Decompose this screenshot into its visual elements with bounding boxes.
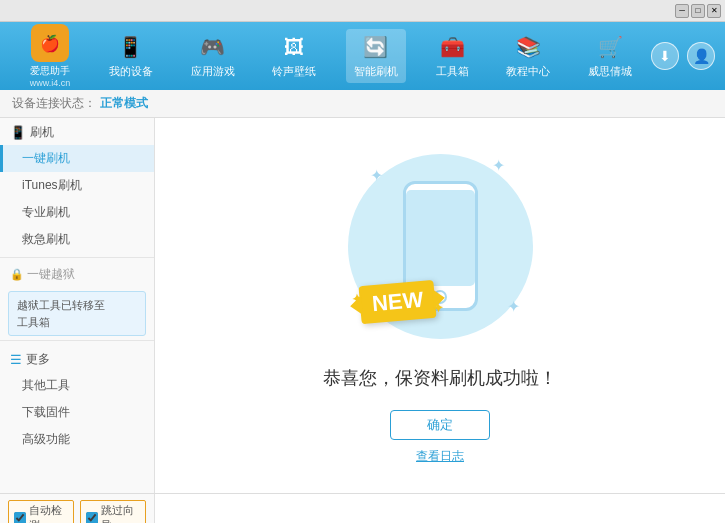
sidebar-item-other-tools[interactable]: 其他工具: [0, 372, 154, 399]
sidebar-section-more: ☰ 更多: [0, 345, 154, 372]
nav-item-ringtone[interactable]: 🖼 铃声壁纸: [264, 29, 324, 83]
auto-detect-label: 自动检测: [29, 503, 68, 523]
sidebar-item-pro-flash[interactable]: 专业刷机: [0, 199, 154, 226]
sparkle-1: ✦: [370, 166, 383, 185]
sidebar: 📱 刷机 一键刷机 iTunes刷机 专业刷机 救急刷机 🔒 一键越狱 越狱工具…: [0, 118, 155, 493]
sidebar-item-one-key-flash[interactable]: 一键刷机: [0, 145, 154, 172]
mall-icon: 🛒: [596, 33, 624, 61]
bottom-content: [155, 494, 725, 523]
ringtone-icon: 🖼: [280, 33, 308, 61]
header-actions: ⬇ 👤: [651, 42, 715, 70]
skip-wizard-label: 跳过向导: [101, 503, 140, 523]
new-stars-2: ✦: [432, 300, 444, 316]
nav: 📱 我的设备 🎮 应用游戏 🖼 铃声壁纸 🔄 智能刷机 🧰 工具箱 📚 教程中心…: [90, 29, 651, 83]
sidebar-section-flash: 📱 刷机: [0, 118, 154, 145]
sidebar-item-itunes-flash[interactable]: iTunes刷机: [0, 172, 154, 199]
nav-item-apps-games[interactable]: 🎮 应用游戏: [183, 29, 243, 83]
sidebar-item-advanced[interactable]: 高级功能: [0, 426, 154, 453]
phone-screen: [406, 190, 475, 286]
success-text: 恭喜您，保资料刷机成功啦！: [323, 366, 557, 390]
logo: 🍎 爱思助手 www.i4.cn: [10, 24, 90, 88]
nav-item-smart-flash[interactable]: 🔄 智能刷机: [346, 29, 406, 83]
sparkle-2: ✦: [492, 156, 505, 175]
nav-label-ringtone: 铃声壁纸: [272, 64, 316, 79]
nav-label-toolbox: 工具箱: [436, 64, 469, 79]
tutorial-icon: 📚: [514, 33, 542, 61]
skip-wizard-checkbox-wrap[interactable]: 跳过向导: [80, 500, 146, 523]
auto-detect-checkbox-wrap[interactable]: 自动检测: [8, 500, 74, 523]
download-btn[interactable]: ⬇: [651, 42, 679, 70]
sparkle-3: ✦: [507, 297, 520, 316]
flash-icon: 🔄: [362, 33, 390, 61]
flash-section-icon: 📱: [10, 125, 26, 140]
titlebar: ─ □ ✕: [0, 0, 725, 22]
content-area: ✦ ✦ ✦ ✦ NEW ✦ 恭喜您，保资料刷机成功啦！ 确定 查看日志: [155, 118, 725, 493]
logo-url: www.i4.cn: [30, 78, 71, 88]
bottom-sidebar: 自动检测 跳过向导 📱 iPhone 12 mini 64GB Down-12m…: [0, 494, 155, 523]
nav-item-toolbox[interactable]: 🧰 工具箱: [428, 29, 477, 83]
nav-item-tutorial[interactable]: 📚 教程中心: [498, 29, 558, 83]
status-bar: 设备连接状态： 正常模式: [0, 90, 725, 118]
status-label: 设备连接状态：: [12, 95, 96, 112]
toolbox-icon: 🧰: [438, 33, 466, 61]
lock-icon: 🔒: [10, 268, 24, 281]
minimize-btn[interactable]: ─: [675, 4, 689, 18]
more-section-title: 更多: [26, 351, 50, 368]
phone-illustration: ✦ ✦ ✦ ✦ NEW ✦: [340, 146, 540, 346]
nav-item-mall[interactable]: 🛒 威思倩城: [580, 29, 640, 83]
logo-name: 爱思助手: [30, 64, 70, 78]
new-stars-1: ✦: [351, 291, 363, 307]
nav-label-tutorial: 教程中心: [506, 64, 550, 79]
nav-label-my-device: 我的设备: [109, 64, 153, 79]
view-log-link[interactable]: 查看日志: [416, 448, 464, 465]
sidebar-item-save-flash[interactable]: 救急刷机: [0, 226, 154, 253]
apps-icon: 🎮: [199, 33, 227, 61]
sidebar-section-jailbreak: 🔒 一键越狱: [0, 262, 154, 287]
device-icon: 📱: [117, 33, 145, 61]
jailbreak-section-title: 一键越狱: [27, 266, 75, 283]
checkboxes-row: 自动检测 跳过向导: [8, 500, 146, 523]
new-badge: ✦ NEW ✦: [358, 280, 436, 324]
status-value: 正常模式: [100, 95, 148, 112]
more-section-icon: ☰: [10, 352, 22, 367]
nav-label-apps: 应用游戏: [191, 64, 235, 79]
flash-section-title: 刷机: [30, 124, 54, 141]
user-btn[interactable]: 👤: [687, 42, 715, 70]
confirm-button[interactable]: 确定: [390, 410, 490, 440]
nav-item-my-device[interactable]: 📱 我的设备: [101, 29, 161, 83]
main-area: 📱 刷机 一键刷机 iTunes刷机 专业刷机 救急刷机 🔒 一键越狱 越狱工具…: [0, 118, 725, 493]
sidebar-item-download-firmware[interactable]: 下载固件: [0, 399, 154, 426]
bottom-section: 自动检测 跳过向导 📱 iPhone 12 mini 64GB Down-12m…: [0, 493, 725, 523]
nav-label-mall: 威思倩城: [588, 64, 632, 79]
logo-icon: 🍎: [31, 24, 69, 62]
skip-wizard-checkbox[interactable]: [86, 512, 98, 523]
header: 🍎 爱思助手 www.i4.cn 📱 我的设备 🎮 应用游戏 🖼 铃声壁纸 🔄 …: [0, 22, 725, 90]
jailbreak-notice: 越狱工具已转移至工具箱: [8, 291, 146, 336]
close-btn[interactable]: ✕: [707, 4, 721, 18]
nav-label-flash: 智能刷机: [354, 64, 398, 79]
auto-detect-checkbox[interactable]: [14, 512, 26, 523]
maximize-btn[interactable]: □: [691, 4, 705, 18]
